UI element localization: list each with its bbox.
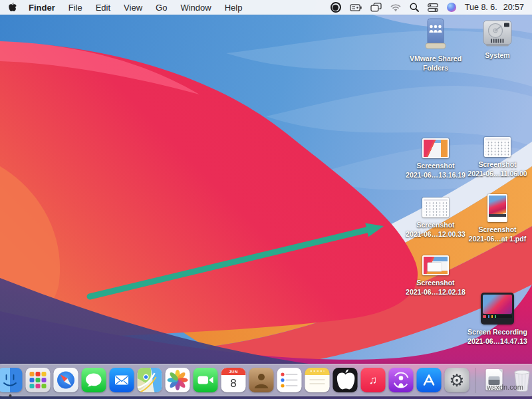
dock-item-notes[interactable] xyxy=(305,368,330,392)
calendar-month: JUN xyxy=(221,368,246,375)
desktop-icon-screenshot-131619[interactable]: Screenshot2021-06…13.16.19 xyxy=(406,138,466,180)
dock-divider xyxy=(475,368,476,393)
reminders-icon xyxy=(277,368,302,392)
control-center-icon[interactable] xyxy=(428,3,438,12)
menu-bar: Finder File Edit View Go Window Help xyxy=(0,0,532,15)
siri-icon[interactable] xyxy=(447,3,456,12)
finder-icon xyxy=(0,368,23,392)
displays-icon[interactable] xyxy=(370,3,382,12)
dock-item-maps[interactable] xyxy=(138,368,162,392)
desktop-icon-screenshot-pdf[interactable]: Screenshot2021-06…at 1.pdf xyxy=(467,194,527,243)
menu-go[interactable]: Go xyxy=(156,3,167,13)
watermark: wsxdn.com xyxy=(487,383,523,391)
desktop-icon-label: System xyxy=(485,51,509,61)
battery-icon[interactable] xyxy=(350,4,362,11)
system-preferences-icon: ⚙ xyxy=(445,368,469,392)
menu-bar-clock[interactable]: Tue 8. 6. 20:57 xyxy=(465,3,524,12)
desktop-icon-label: Screen Recording2021-06…14.47.13 xyxy=(467,328,527,346)
menu-app-name[interactable]: Finder xyxy=(29,3,55,13)
video-thumbnail xyxy=(481,293,514,325)
dock-item-safari[interactable] xyxy=(54,368,78,392)
desktop-icon-label: VMware SharedFolders xyxy=(410,55,462,72)
menu-bar-date: Tue 8. 6. xyxy=(465,3,497,12)
screen-recording-stop-icon[interactable] xyxy=(331,2,341,13)
dock-item-photos[interactable] xyxy=(166,368,190,392)
menu-window[interactable]: Window xyxy=(180,3,211,13)
facetime-icon xyxy=(194,368,218,392)
dock-item-contacts[interactable] xyxy=(249,368,274,392)
image-thumbnail xyxy=(422,255,449,275)
image-thumbnail xyxy=(422,138,449,158)
launchpad-icon xyxy=(26,368,51,392)
desktop-icon-label: Screenshot2021-06…11.06.00 xyxy=(467,160,527,178)
dock-item-messages[interactable] xyxy=(82,368,106,392)
hard-drive-icon xyxy=(482,20,513,48)
desktop-icon-system[interactable]: System xyxy=(467,20,527,61)
gear-icon: ⚙ xyxy=(449,372,464,389)
dock-item-podcasts[interactable] xyxy=(389,368,414,392)
dock-item-calendar[interactable]: JUN 8 xyxy=(221,368,246,392)
desktop-icon-label: Screenshot2021-06…12.00.33 xyxy=(406,221,466,239)
dock-item-music[interactable]: ♫ xyxy=(361,368,386,392)
macos-desktop: Finder File Edit View Go Window Help xyxy=(0,0,532,399)
wifi-icon[interactable] xyxy=(390,3,401,11)
apple-logo-icon xyxy=(333,368,358,392)
contacts-icon xyxy=(249,368,274,392)
dock-item-mail[interactable] xyxy=(110,368,134,392)
dock-item-facetime[interactable] xyxy=(194,368,218,392)
dock-item-system-preferences[interactable]: ⚙ xyxy=(445,368,469,392)
image-thumbnail xyxy=(422,198,449,217)
dock: JUN 8 xyxy=(0,364,532,396)
desktop-icon-label: Screenshot2021-06…12.02.18 xyxy=(406,279,466,297)
desktop-icon-screenshot-120218[interactable]: Screenshot2021-06…12.02.18 xyxy=(406,255,466,297)
apple-tv-icon: tv xyxy=(333,368,358,392)
desktop-icon-screen-recording[interactable]: Screen Recording2021-06…14.47.13 xyxy=(467,293,527,346)
desktop-icon-vmware-shared-folders[interactable]: VMware SharedFolders xyxy=(406,18,466,72)
menu-edit[interactable]: Edit xyxy=(96,3,110,13)
safari-icon xyxy=(54,368,78,392)
calendar-day: 8 xyxy=(221,375,246,392)
maps-icon xyxy=(138,368,162,392)
running-indicator xyxy=(9,394,11,397)
menu-help[interactable]: Help xyxy=(225,3,243,13)
music-icon: ♫ xyxy=(361,368,386,392)
photos-icon xyxy=(166,368,190,392)
network-drive-icon xyxy=(420,18,452,51)
dock-item-app-store[interactable] xyxy=(417,368,442,392)
notes-icon xyxy=(305,368,330,392)
menu-view[interactable]: View xyxy=(124,3,142,13)
podcasts-icon xyxy=(389,368,414,392)
desktop-icon-label: Screenshot2021-06…13.16.19 xyxy=(406,162,466,180)
dock-item-finder[interactable] xyxy=(0,368,23,392)
dock-item-tv[interactable]: tv xyxy=(333,368,358,392)
image-thumbnail xyxy=(484,137,511,157)
desktop-icon-label: Screenshot2021-06…at 1.pdf xyxy=(469,225,526,243)
menu-file[interactable]: File xyxy=(68,3,82,13)
desktop-icon-screenshot-110600[interactable]: Screenshot2021-06…11.06.00 xyxy=(467,137,527,178)
dock-item-launchpad[interactable] xyxy=(26,368,51,392)
spotlight-search-icon[interactable] xyxy=(410,3,419,12)
apple-logo-icon xyxy=(8,2,17,13)
desktop-icon-screenshot-120033[interactable]: Screenshot2021-06…12.00.33 xyxy=(406,198,466,239)
pdf-thumbnail xyxy=(487,194,507,222)
app-store-icon xyxy=(417,368,442,392)
messages-icon xyxy=(82,368,106,392)
calendar-icon: JUN 8 xyxy=(221,368,246,392)
mail-icon xyxy=(110,368,134,392)
apple-menu[interactable] xyxy=(8,2,17,13)
dock-item-reminders[interactable] xyxy=(277,368,302,392)
menu-bar-time: 20:57 xyxy=(503,3,524,12)
